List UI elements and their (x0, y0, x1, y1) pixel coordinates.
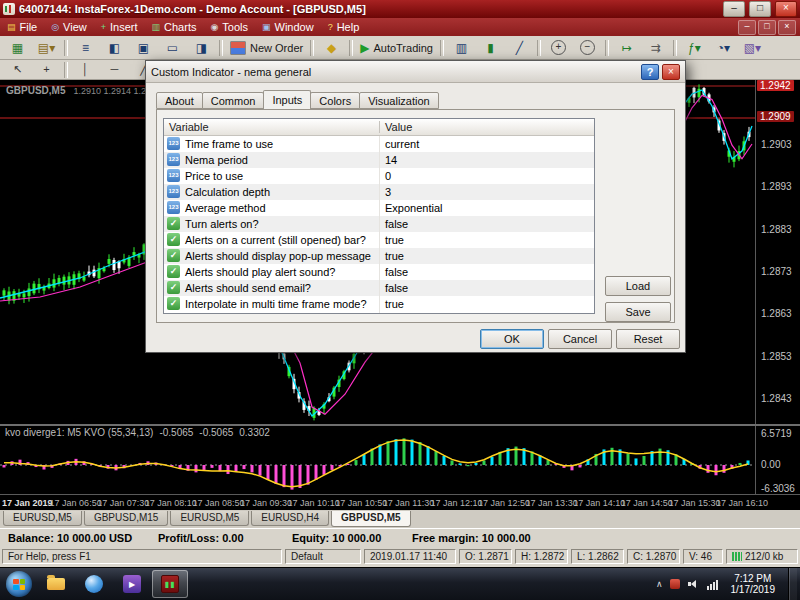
param-value[interactable]: false (385, 282, 408, 294)
auto-scroll-icon: ↦ (621, 42, 631, 54)
vertical-line-button[interactable]: │ (71, 60, 100, 79)
bar-chart-button[interactable]: ▥ (447, 37, 476, 59)
inputs-tab-page: Variable Value 123Time frame to usecurre… (156, 109, 675, 323)
chart-tab-gbpusd-m15[interactable]: GBPUSD,M15 (84, 511, 168, 526)
cursor-button[interactable]: ↖ (3, 60, 32, 79)
menu-window[interactable]: ▣Window (255, 18, 321, 36)
bar-close: C: 1.2870 (627, 549, 680, 564)
metaeditor-button[interactable]: ◆ (317, 37, 346, 59)
chart-tab-gbpusd-m5[interactable]: GBPUSD,M5 (331, 511, 410, 527)
param-value[interactable]: 3 (385, 186, 391, 198)
time-tick-label: 17 Jan 12:50 (478, 498, 530, 508)
show-desktop-button[interactable] (788, 568, 797, 600)
new-chart-button[interactable]: ▦ (3, 37, 32, 59)
timeframes-button[interactable]: ◔▾ (709, 37, 738, 59)
candlestick-chart-button[interactable]: ▮ (476, 37, 505, 59)
line-chart-button[interactable]: ╱ (505, 37, 534, 59)
column-value[interactable]: Value (385, 121, 412, 133)
menu-charts[interactable]: ▥Charts (145, 18, 204, 36)
tray-app-icon[interactable] (670, 579, 680, 589)
taskbar-apps: ▶▮▮ (37, 568, 189, 600)
time-tick-label: 17 Jan 10:50 (335, 498, 387, 508)
reset-button[interactable]: Reset (616, 329, 680, 349)
param-value[interactable]: true (385, 234, 404, 246)
param-value[interactable]: false (385, 218, 408, 230)
zoom-in-button[interactable]: + (544, 37, 573, 59)
dialog-tabs: AboutCommonInputsColorsVisualization (156, 91, 438, 109)
dialog-help-button[interactable]: ? (641, 64, 659, 80)
tab-inputs[interactable]: Inputs (263, 90, 311, 109)
bool-param-icon: ✓ (167, 281, 180, 294)
menu-tools[interactable]: ◉Tools (203, 18, 255, 36)
maximize-button[interactable]: □ (749, 1, 771, 17)
timeframes-icon: ◔▾ (717, 42, 730, 54)
column-variable[interactable]: Variable (169, 121, 209, 133)
dialog-title-bar[interactable]: Custom Indicator - nema general ? × (146, 61, 685, 83)
templates-button[interactable]: ▧▾ (738, 37, 767, 59)
file-explorer-icon[interactable] (38, 570, 74, 598)
menu-label: Help (337, 21, 360, 33)
menu-file[interactable]: ▤File (0, 18, 44, 36)
chart-minimize-button[interactable]: – (738, 20, 756, 35)
param-variable: Alerts should display pop-up message (185, 250, 371, 262)
auto-scroll-button[interactable]: ↦ (612, 37, 641, 59)
taskbar-clock[interactable]: 7:12 PM 1/17/2019 (725, 573, 782, 595)
profiles-button[interactable]: ▤▾ (32, 37, 61, 59)
volume-icon[interactable] (687, 578, 700, 590)
ok-button[interactable]: OK (480, 329, 544, 349)
navigator-button[interactable]: ▣ (129, 37, 158, 59)
market-watch-button[interactable]: ≡ (71, 37, 100, 59)
cancel-button[interactable]: Cancel (548, 329, 612, 349)
menu-view[interactable]: ◎View (44, 18, 94, 36)
start-button[interactable] (6, 571, 32, 597)
menu-help[interactable]: ?Help (321, 18, 367, 36)
param-value[interactable]: 0 (385, 170, 391, 182)
media-player-icon[interactable]: ▶ (114, 570, 150, 598)
horizontal-line-button[interactable]: ─ (100, 60, 129, 79)
indicator-panel[interactable]: kvo diverge1: M5 KVO (55,34,13) -0.5065 … (0, 426, 755, 494)
chart-tab-eurusd-m5[interactable]: EURUSD,M5 (3, 511, 82, 526)
close-button[interactable]: × (775, 1, 797, 17)
load-button[interactable]: Load (605, 276, 671, 296)
save-button[interactable]: Save (605, 302, 671, 322)
alert-price-label: 1.2942 (757, 80, 794, 91)
chart-tab-eurusd-m5[interactable]: EURUSD,M5 (170, 511, 249, 526)
tab-about[interactable]: About (156, 92, 203, 109)
param-value[interactable]: false (385, 266, 408, 278)
data-window-button[interactable]: ◧ (100, 37, 129, 59)
crosshair-icon: + (43, 64, 49, 75)
menu-insert[interactable]: +Insert (94, 18, 145, 36)
bar-open: O: 1.2871 (459, 549, 512, 564)
minimize-button[interactable]: – (723, 1, 745, 17)
dialog-close-button[interactable]: × (662, 64, 680, 80)
param-value[interactable]: current (385, 138, 419, 150)
tab-visualization[interactable]: Visualization (359, 92, 439, 109)
autotrading-button[interactable]: ▶AutoTrading (356, 37, 437, 59)
profile-indicator[interactable]: Default (285, 549, 361, 564)
network-icon[interactable] (707, 578, 718, 590)
chart-close-button[interactable]: × (778, 20, 796, 35)
chart-restore-button[interactable]: □ (758, 20, 776, 35)
indicators-button[interactable]: ƒ▾ (680, 37, 709, 59)
tab-common[interactable]: Common (202, 92, 265, 109)
chart-tab-eurusd-h4[interactable]: EURUSD,H4 (251, 511, 329, 526)
param-value[interactable]: true (385, 250, 404, 262)
param-value[interactable]: Exponential (385, 202, 443, 214)
param-value[interactable]: true (385, 298, 404, 310)
price-tick-label: 1.2843 (761, 393, 792, 404)
tray-expand-icon[interactable]: ∧ (656, 579, 663, 589)
new-order-button-label: New Order (250, 42, 303, 54)
windows-logo-icon (13, 579, 25, 590)
strategy-tester-button[interactable]: ◨ (187, 37, 216, 59)
metatrader-icon[interactable]: ▮▮ (152, 570, 188, 598)
menu-label: Insert (110, 21, 138, 33)
tab-colors[interactable]: Colors (310, 92, 360, 109)
zoom-out-button[interactable]: − (573, 37, 602, 59)
new-order-button[interactable]: New Order (226, 37, 307, 59)
menu-label: File (20, 21, 38, 33)
crosshair-button[interactable]: + (32, 60, 61, 79)
browser-icon[interactable] (76, 570, 112, 598)
chart-shift-button[interactable]: ⇉ (641, 37, 670, 59)
terminal-button[interactable]: ▭ (158, 37, 187, 59)
param-value[interactable]: 14 (385, 154, 397, 166)
